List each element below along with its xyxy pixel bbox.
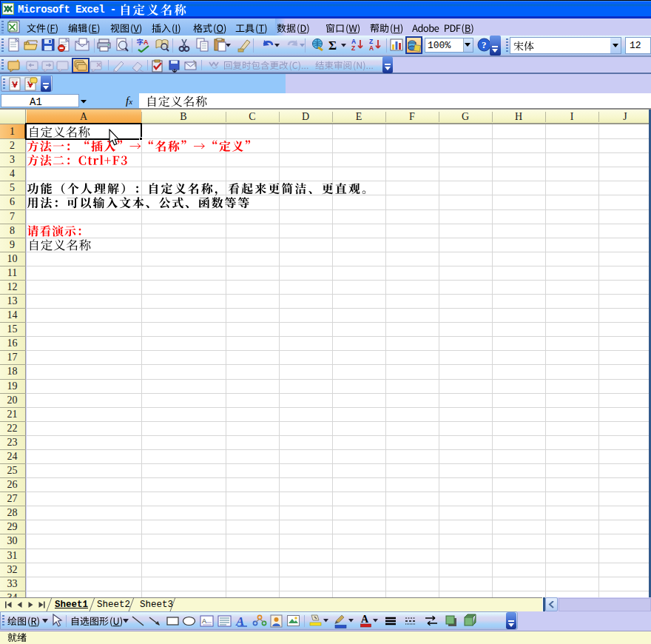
svg-text:A: A [144,38,149,46]
svg-text:Z: Z [351,44,355,52]
svg-text:A: A [361,614,369,625]
svg-text:?: ? [482,39,487,50]
svg-text:Σ: Σ [328,38,337,53]
svg-text:A: A [202,617,206,625]
svg-text:A: A [369,44,374,52]
svg-text:字: 字 [136,38,144,46]
